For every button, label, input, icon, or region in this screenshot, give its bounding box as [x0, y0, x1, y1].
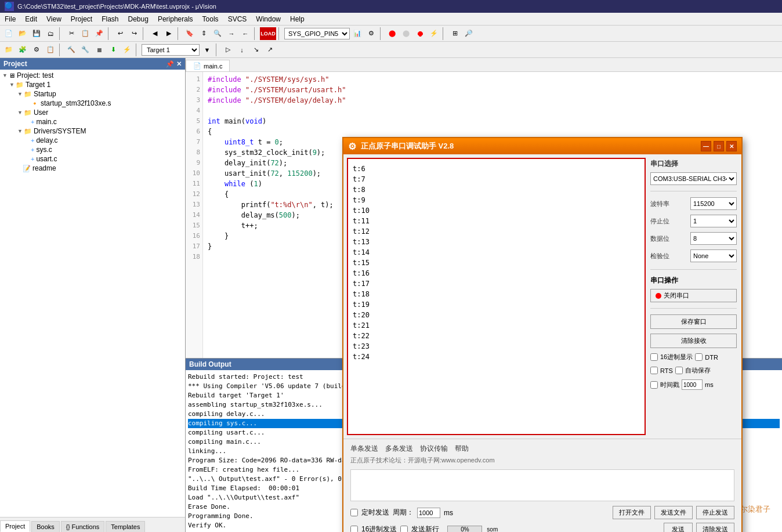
- wizard-btn[interactable]: 🧩: [16, 44, 29, 56]
- menu-debug[interactable]: Debug: [124, 14, 153, 24]
- copy-btn[interactable]: 📋: [79, 27, 92, 40]
- outdent-btn[interactable]: ←: [239, 27, 252, 40]
- options-btn[interactable]: ⚙: [30, 44, 43, 56]
- multi-send-menu[interactable]: 多条发送: [385, 444, 413, 454]
- flash-btn[interactable]: ⚡: [121, 44, 133, 56]
- tab-templates[interactable]: Templates: [106, 521, 145, 532]
- new-btn[interactable]: 📄: [2, 27, 15, 40]
- tree-delay-c[interactable]: ▷ + delay.c: [1, 136, 184, 145]
- close-panel-icon[interactable]: ✕: [176, 60, 182, 68]
- newline-send-checkbox[interactable]: [400, 526, 408, 532]
- load-btn[interactable]: LOAD: [260, 27, 276, 40]
- hex-send-checkbox[interactable]: [350, 526, 358, 532]
- autosave-checkbox[interactable]: [675, 367, 683, 374]
- tree-target1[interactable]: ▼ 📁 Target 1: [1, 80, 184, 89]
- build-btn[interactable]: 🔨: [65, 44, 78, 56]
- minimize-btn[interactable]: —: [701, 141, 711, 151]
- dtr-checkbox[interactable]: [695, 353, 703, 361]
- stop-build-btn[interactable]: ⏹: [93, 44, 106, 56]
- redo-btn[interactable]: ↪: [128, 27, 140, 40]
- circle-btn[interactable]: ⬤: [400, 27, 412, 40]
- start-debug-btn[interactable]: ⬤: [386, 27, 399, 40]
- protocol-menu[interactable]: 协议传输: [420, 444, 448, 454]
- open-file-btn[interactable]: 打开文件: [613, 506, 651, 519]
- cut-btn[interactable]: ✂: [65, 27, 78, 40]
- rebuild-btn[interactable]: 🔧: [79, 44, 92, 56]
- rts-checkbox[interactable]: [650, 367, 658, 374]
- target-combo[interactable]: Target 1: [142, 44, 200, 56]
- step-over-btn[interactable]: ↓: [236, 44, 248, 56]
- stopbit-combo[interactable]: 1: [690, 215, 737, 227]
- tree-user-group[interactable]: ▼ 📁 User: [1, 108, 184, 117]
- tree-drivers-group[interactable]: ▼ 📁 Drivers/SYSTEM: [1, 126, 184, 136]
- open-btn[interactable]: 📂: [16, 27, 29, 40]
- menu-window[interactable]: Window: [251, 14, 285, 24]
- nav-fwd-btn[interactable]: ▶: [162, 27, 175, 40]
- stop-send-btn[interactable]: 停止发送: [696, 506, 734, 519]
- display-btn[interactable]: ⊞: [448, 27, 461, 40]
- tree-sys-c[interactable]: ▷ + sys.c: [1, 145, 184, 154]
- close-btn[interactable]: ✕: [726, 141, 737, 151]
- menu-file[interactable]: File: [0, 14, 20, 24]
- menu-tools[interactable]: Tools: [198, 14, 223, 24]
- target-settings-btn[interactable]: ▼: [201, 44, 213, 56]
- parity-combo[interactable]: None: [690, 249, 737, 262]
- menu-flash[interactable]: Flash: [97, 14, 123, 24]
- menu-help[interactable]: Help: [285, 14, 309, 24]
- port-select-combo[interactable]: COM3:USB-SERIAL CH34C: [650, 172, 737, 185]
- clear-send-btn[interactable]: 清除发送: [696, 523, 734, 532]
- timed-send-checkbox[interactable]: [350, 509, 358, 516]
- menu-peripherals[interactable]: Peripherals: [153, 14, 198, 24]
- save-all-btn[interactable]: 🗂: [44, 27, 57, 40]
- menu-view[interactable]: View: [42, 14, 66, 24]
- paste-btn[interactable]: 📌: [93, 27, 106, 40]
- nav-back-btn[interactable]: ◀: [149, 27, 161, 40]
- stop-btn[interactable]: ⯃: [414, 27, 426, 40]
- tree-readme[interactable]: ▷ 📝 readme: [1, 164, 184, 173]
- tab-project[interactable]: Project: [0, 520, 30, 532]
- indent-btn[interactable]: →: [225, 27, 238, 40]
- single-send-menu[interactable]: 单条发送: [350, 444, 378, 454]
- baud-combo[interactable]: 115200: [690, 197, 737, 210]
- close-port-btn[interactable]: 关闭串口: [650, 289, 737, 302]
- tree-root[interactable]: ▼ 🖥 Project: test: [1, 71, 184, 80]
- tree-startup-file[interactable]: ▷ 🔸 startup_stm32f103xe.s: [1, 99, 184, 108]
- signal-browse-btn[interactable]: 📊: [351, 27, 364, 40]
- menu-project[interactable]: Project: [66, 14, 97, 24]
- save-btn[interactable]: 💾: [30, 27, 43, 40]
- tree-main-c[interactable]: ▷ + main.c: [1, 117, 184, 126]
- help-menu[interactable]: 帮助: [455, 444, 469, 454]
- send-btn[interactable]: 发送: [664, 523, 693, 532]
- toggle-btn[interactable]: ⇕: [197, 27, 210, 40]
- signal-btn2[interactable]: ⚙: [365, 27, 378, 40]
- databit-combo[interactable]: 8: [690, 232, 737, 245]
- serial-output[interactable]: t:6 t:7 t:8 t:9 t:10 t:11 t:12 t:13 t:14…: [352, 162, 641, 430]
- menu-svcs[interactable]: SVCS: [223, 14, 252, 24]
- tab-functions[interactable]: {} Functions: [61, 521, 104, 532]
- settings-btn2[interactable]: ⚡: [428, 27, 440, 40]
- tree-usart-c[interactable]: ▷ + usart.c: [1, 154, 184, 164]
- maximize-btn[interactable]: □: [714, 141, 724, 151]
- serial-input[interactable]: [350, 469, 734, 501]
- save-window-btn[interactable]: 保存窗口: [650, 314, 737, 329]
- step-out-btn[interactable]: ↗: [263, 44, 276, 56]
- signal-combo[interactable]: SYS_GPIO_PIN5: [284, 28, 350, 39]
- timestamp-input[interactable]: [682, 379, 703, 390]
- clear-recv-btn[interactable]: 清除接收: [650, 334, 737, 348]
- hex-display-checkbox[interactable]: [650, 353, 658, 361]
- editor-tab-main-c[interactable]: 📄 main.c: [186, 60, 230, 71]
- tab-books[interactable]: Books: [31, 521, 60, 532]
- menu-edit[interactable]: Edit: [20, 14, 42, 24]
- search-btn2[interactable]: 🔎: [462, 27, 475, 40]
- pin-icon[interactable]: 📌: [166, 60, 174, 68]
- undo-btn[interactable]: ↩: [114, 27, 126, 40]
- send-file-btn[interactable]: 发送文件: [654, 506, 693, 519]
- find-btn[interactable]: 🔍: [211, 27, 224, 40]
- tree-startup-group[interactable]: ▼ 📁 Startup: [1, 89, 184, 99]
- period-input[interactable]: [417, 508, 440, 518]
- run-to-btn[interactable]: ▷: [222, 44, 234, 56]
- step-into-btn[interactable]: ↘: [249, 44, 262, 56]
- bookmarks-btn[interactable]: 🔖: [183, 27, 196, 40]
- project-btn[interactable]: 📁: [2, 44, 15, 56]
- download-btn[interactable]: ⬇: [107, 44, 120, 56]
